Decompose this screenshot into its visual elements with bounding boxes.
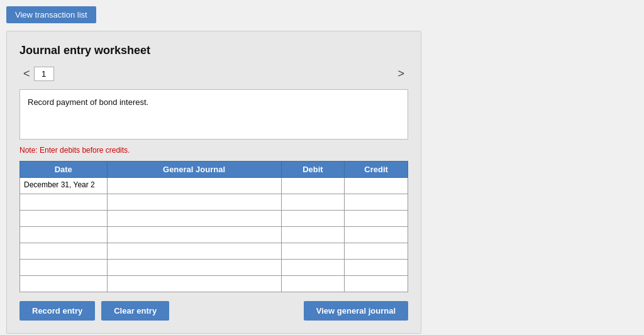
date-cell[interactable]	[20, 227, 108, 243]
table-row	[20, 194, 408, 211]
credit-cell[interactable]	[345, 194, 408, 211]
worksheet-title: Journal entry worksheet	[19, 44, 408, 57]
description-box: Record payment of bond interest.	[19, 89, 408, 140]
journal-cell[interactable]	[107, 227, 281, 243]
table-row	[20, 260, 408, 276]
debit-cell[interactable]	[281, 276, 345, 292]
date-cell[interactable]	[20, 194, 108, 211]
date-cell[interactable]: December 31, Year 2	[20, 178, 108, 194]
credit-cell[interactable]	[345, 178, 408, 194]
debit-cell[interactable]	[281, 243, 345, 260]
table-row	[20, 276, 408, 292]
journal-cell[interactable]	[107, 178, 281, 194]
page-number: 1	[34, 67, 54, 81]
journal-cell[interactable]	[107, 260, 281, 276]
debit-cell[interactable]	[281, 260, 345, 276]
debit-cell[interactable]	[281, 211, 345, 227]
view-transaction-button[interactable]: View transaction list	[6, 6, 96, 23]
debit-cell[interactable]	[281, 178, 345, 194]
col-debit-header: Debit	[281, 162, 345, 178]
debit-cell[interactable]	[281, 194, 345, 211]
table-row	[20, 227, 408, 243]
nav-prev-button[interactable]: <	[19, 66, 34, 82]
col-credit-header: Credit	[345, 162, 408, 178]
journal-cell[interactable]	[107, 276, 281, 292]
journal-cell[interactable]	[107, 211, 281, 227]
debit-cell[interactable]	[281, 227, 345, 243]
credit-cell[interactable]	[345, 243, 408, 260]
clear-entry-button[interactable]: Clear entry	[101, 301, 169, 321]
credit-cell[interactable]	[345, 276, 408, 292]
credit-cell[interactable]	[345, 227, 408, 243]
button-row: Record entry Clear entry View general jo…	[19, 301, 408, 321]
worksheet-container: Journal entry worksheet < 1 > Record pay…	[6, 31, 421, 334]
table-row	[20, 211, 408, 227]
table-row: December 31, Year 2	[20, 178, 408, 194]
record-entry-button[interactable]: Record entry	[19, 301, 95, 321]
date-cell[interactable]	[20, 243, 108, 260]
credit-cell[interactable]	[345, 260, 408, 276]
col-journal-header: General Journal	[107, 162, 281, 178]
journal-table: Date General Journal Debit Credit Decemb…	[19, 161, 408, 292]
credit-cell[interactable]	[345, 211, 408, 227]
top-bar: View transaction list	[6, 6, 638, 23]
nav-next-button[interactable]: >	[394, 66, 408, 82]
date-cell[interactable]	[20, 276, 108, 292]
col-date-header: Date	[20, 162, 108, 178]
note-text: Note: Enter debits before credits.	[19, 146, 408, 155]
table-row	[20, 243, 408, 260]
journal-cell[interactable]	[107, 194, 281, 211]
view-general-journal-button[interactable]: View general journal	[304, 301, 408, 321]
journal-cell[interactable]	[107, 243, 281, 260]
nav-row: < 1 >	[19, 66, 408, 82]
date-cell[interactable]	[20, 260, 108, 276]
date-cell[interactable]	[20, 211, 108, 227]
